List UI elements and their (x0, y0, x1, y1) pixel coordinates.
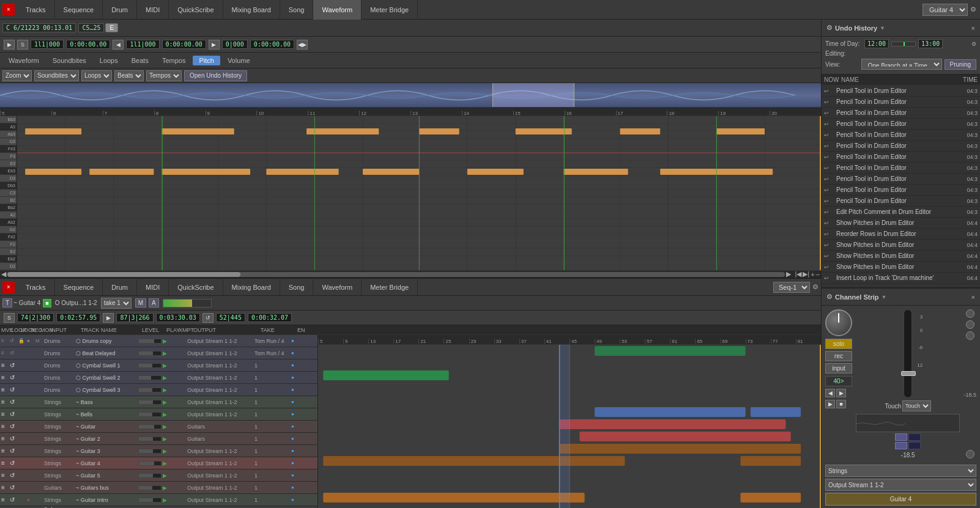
ch-small-knob-3[interactable] (966, 331, 974, 340)
piano-key-ab3[interactable]: Ab3 (0, 131, 17, 138)
piano-key-d3[interactable]: D3 (0, 175, 17, 182)
track-row-3[interactable]: ≡↺ Drums ⬡ Cymbal Swell 2 ▶ Output Strea… (0, 372, 317, 384)
undo-settings-btn[interactable]: ⚙ (971, 41, 976, 47)
zoom-dropdown[interactable]: Zoom (2, 70, 32, 81)
track-row-8[interactable]: ≡↺ Strings ~ Guitar 2 ▶ Guitars 1 ● (0, 433, 317, 445)
pitch-grid[interactable] (17, 116, 821, 270)
swatch-2[interactable] (908, 433, 921, 441)
wf-tab-loops[interactable]: Loops (94, 56, 124, 65)
track-row-9[interactable]: ≡↺ Strings ~ Guitar 3 ▶ Output Stream 1 … (0, 445, 317, 457)
nav-back-btn[interactable]: |◀ (795, 270, 801, 278)
tab-quickscribe-top[interactable]: QuickScribe (169, 0, 223, 20)
wf-selection-highlight[interactable] (492, 83, 574, 107)
track-row-7[interactable]: ≡↺ Strings ~ Guitar ▶ Guitars 1 ● (0, 421, 317, 433)
ch-back-btn[interactable]: ◀ (825, 389, 835, 397)
tab-sequence-bottom[interactable]: Sequence (55, 278, 103, 297)
transport-btn-back[interactable]: ◀ (113, 40, 124, 50)
undo-item-14[interactable]: ↩ Show Pitches in Drum Editor 04:4 (822, 240, 980, 251)
tab-drum-bottom[interactable]: Drum (103, 278, 137, 297)
tab-meter-bridge-bottom[interactable]: Meter Bridge (362, 278, 418, 297)
wf-e-button[interactable]: E (105, 23, 118, 32)
tab-song-bottom[interactable]: Song (280, 278, 314, 297)
channel-dropdown-arrow[interactable]: ▼ (882, 294, 887, 300)
settings-icon-bottom[interactable]: ⚙ (812, 283, 819, 291)
tab-drum-top[interactable]: Drum (103, 0, 137, 20)
track-row-1[interactable]: ≡ ↺ Drums ⬡ Beat Delayed ▶ Output Stream… (0, 347, 317, 359)
ch-stop-btn[interactable]: ■ (836, 400, 846, 408)
loops-dropdown[interactable]: Loops (81, 70, 112, 81)
transport-s-label[interactable]: S (17, 40, 28, 50)
prune-button[interactable]: Pruning (945, 59, 976, 70)
undo-item-0[interactable]: ↩ Pencil Tool in Drum Editor 04:3 (822, 86, 980, 97)
undo-item-2[interactable]: ↩ Pencil Tool in Drum Editor 04:3 (822, 108, 980, 119)
tab-midi-bottom[interactable]: MIDI (137, 278, 169, 297)
close-button-top[interactable]: × (2, 4, 15, 16)
tr-play-3[interactable]: ▶ (163, 375, 173, 381)
swatch-1[interactable] (895, 433, 907, 441)
piano-key-f3s[interactable]: F#3 (0, 145, 17, 153)
ch-small-knob-1[interactable] (966, 309, 974, 318)
tr-play-4[interactable]: ▶ (163, 387, 173, 393)
rec-button[interactable]: rec (825, 351, 852, 361)
track-timeline[interactable]: 5 9 13 17 21 25 29 33 37 41 45 49 53 57 (318, 335, 821, 508)
piano-key-f3[interactable]: F3 (0, 153, 17, 160)
channel-close-icon[interactable]: × (971, 293, 975, 301)
undo-item-17[interactable]: ↩ Insert Loop in Track 'Drum machine' 04… (822, 273, 980, 284)
piano-key-e3[interactable]: E3 (0, 160, 17, 167)
undo-view-select[interactable]: One Branch at a Time (861, 59, 942, 70)
tr-play-5[interactable]: ▶ (163, 399, 173, 405)
track-row-2[interactable]: ≡ ↺ Drums ⬡ Cymbal Swell 1 ▶ Output Stre… (0, 359, 317, 372)
nav-fwd-btn[interactable]: ▶| (803, 270, 809, 278)
tr-play-1[interactable]: ▶ (163, 350, 173, 356)
a-label[interactable]: A (149, 298, 159, 307)
undo-item-7[interactable]: ↩ Pencil Tool in Drum Editor 04:3 (822, 163, 980, 174)
piano-key-f2[interactable]: F2 (0, 241, 17, 248)
channel-volume-knob[interactable] (825, 309, 852, 336)
transport-btn-fwd[interactable]: ▶ (209, 40, 220, 50)
track-row-13[interactable]: ≡↺ ● Strings ~ Guitar Intro ▶ Output Str… (0, 494, 317, 506)
undo-item-4[interactable]: ↩ Pencil Tool in Drum Editor 04:3 (822, 130, 980, 141)
tab-meter-bridge-top[interactable]: Meter Bridge (362, 0, 418, 20)
piano-key-g3[interactable]: G3 (0, 138, 17, 145)
piano-key-c3[interactable]: C3 (0, 190, 17, 197)
undo-item-1[interactable]: ↩ Pencil Tool in Drum Editor 04:3 (822, 97, 980, 108)
track-row-0[interactable]: ≡ ↺ 🔒 ● M Drums ⬡ Drums copy ▶ Output St… (0, 335, 317, 347)
undo-item-16[interactable]: ↩ Show Pitches in Drum Editor 04:4 (822, 262, 980, 273)
track-row-11[interactable]: ≡↺ Strings ~ Guitar 5 ▶ Output Stream 1 … (0, 469, 317, 482)
tab-mixing-board-bottom[interactable]: Mixing Board (223, 278, 280, 297)
undo-time-bar[interactable] (891, 42, 916, 46)
undo-item-12[interactable]: ↩ Show Pitches in Drum Editor 04:4 (822, 218, 980, 229)
ch-play-btn[interactable]: ▶ (825, 400, 835, 408)
undo-dropdown-arrow[interactable]: ▼ (880, 25, 885, 31)
piano-key-bb3[interactable]: Bb3 (0, 116, 17, 123)
tab-sequence-top[interactable]: Sequence (55, 0, 103, 20)
ch-small-knob-4[interactable] (966, 450, 974, 458)
tab-tracks-bottom[interactable]: Tracks (17, 278, 55, 297)
piano-key-bb2[interactable]: Bb2 (0, 204, 17, 212)
take-selector[interactable]: take 1 (101, 298, 132, 309)
wf-tab-volume[interactable]: Volume (221, 56, 256, 65)
piano-key-f2s[interactable]: F#2 (0, 234, 17, 241)
undo-item-9[interactable]: ↩ Pencil Tool in Drum Editor 04:3 (822, 185, 980, 196)
undo-settings-icon[interactable]: ⚙ (826, 24, 833, 32)
undo-item-5[interactable]: ↩ Pencil Tool in Drum Editor 04:3 (822, 141, 980, 152)
scroll-right-btn[interactable]: ▶ (786, 270, 791, 278)
wf-tab-tempos[interactable]: Tempos (156, 56, 192, 65)
beats-dropdown[interactable]: Beats (114, 70, 144, 81)
tempos-dropdown[interactable]: Tempos (146, 70, 182, 81)
piano-key-eb2[interactable]: Eb2 (0, 256, 17, 263)
m-label[interactable]: M (135, 298, 146, 307)
close-button-bottom[interactable]: × (2, 281, 15, 293)
t2-s-btn[interactable]: S (4, 313, 15, 323)
track-row-12[interactable]: ≡↺ Guitars ~ Guitars bus ▶ Output Stream… (0, 482, 317, 494)
channel-settings-icon[interactable]: ⚙ (826, 293, 833, 301)
wf-tab-pitch[interactable]: Pitch (193, 56, 220, 65)
hscroll-track[interactable] (7, 272, 785, 277)
input-button[interactable]: input (825, 363, 852, 374)
track-row-6[interactable]: ≡↺ Strings ~ Bells ▶ Output Stream 1 1-2… (0, 408, 317, 421)
piano-key-d2[interactable]: D2 (0, 263, 17, 270)
track-row-5[interactable]: ≡↺ Strings ~ Bass ▶ Output Stream 1 1-2 … (0, 396, 317, 408)
undo-item-15[interactable]: ↩ Show Pitches in Drum Editor 04:4 (822, 251, 980, 262)
t2-loop-btn[interactable]: ↺ (202, 313, 213, 323)
seq-selector[interactable]: Seq-1 (773, 282, 810, 293)
